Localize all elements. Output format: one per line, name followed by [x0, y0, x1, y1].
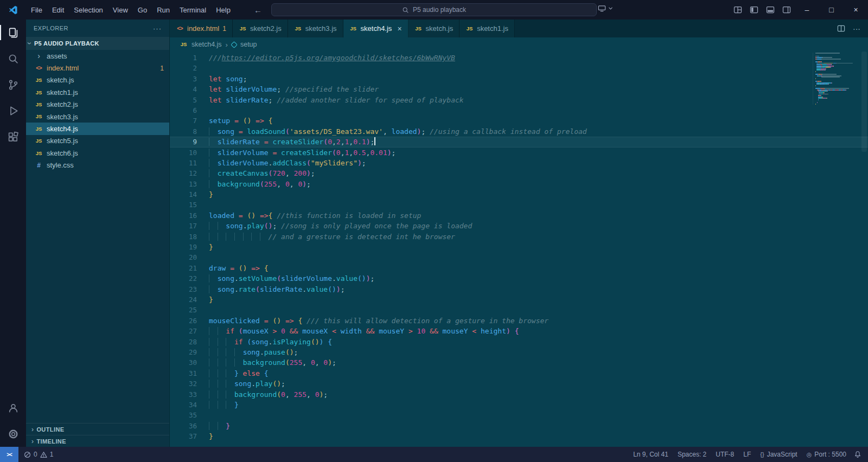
status-lf[interactable]: LF	[743, 451, 751, 458]
code-line[interactable]: 31 } else {	[170, 368, 868, 378]
file-sketch5.js[interactable]: JSsketch5.js	[26, 135, 169, 147]
code-line[interactable]: 10 sliderVolume = createSlider(0,1,0.5,0…	[170, 147, 868, 158]
code-line[interactable]: 5let sliderRate; //added another slider …	[170, 95, 868, 105]
code-line[interactable]: 14}	[170, 189, 868, 200]
status-port-5500[interactable]: ◎Port : 5500	[807, 451, 846, 458]
code-line[interactable]: 28 if (song.isPlaying()) {	[170, 337, 868, 347]
extensions-icon[interactable]	[0, 124, 26, 150]
split-editor-icon[interactable]	[837, 24, 845, 33]
scrollbar-thumb[interactable]	[861, 52, 867, 152]
code-line[interactable]: 13 background(255, 0, 0);	[170, 179, 868, 189]
breadcrumb-symbol[interactable]: setup	[240, 41, 257, 48]
titlebar-dropdown-icon[interactable]	[598, 4, 613, 12]
code-line[interactable]: 16loaded = () =>{ //this function is loa…	[170, 210, 868, 221]
settings-gear-icon[interactable]	[0, 421, 26, 447]
menu-go[interactable]: Go	[133, 4, 152, 16]
file-sketch4.js[interactable]: JSsketch4.js	[26, 123, 169, 134]
menu-run[interactable]: Run	[152, 4, 175, 16]
command-center[interactable]: P5 audio playback	[271, 3, 597, 16]
code-line[interactable]: 4let sliderVolume; //specified the slide…	[170, 84, 868, 94]
code-line[interactable]: 35	[170, 410, 868, 420]
code-line[interactable]: 33 background(0, 255, 0);	[170, 389, 868, 400]
code-line[interactable]: 19}	[170, 242, 868, 252]
tab-sketch4.js[interactable]: JSsketch4.js×	[343, 20, 409, 37]
workspace-root-folder[interactable]: › P5 AUDIO PLAYBACK	[26, 37, 169, 50]
code-line[interactable]: 12 createCanvas(720, 200);	[170, 168, 868, 178]
menu-view[interactable]: View	[108, 4, 133, 16]
status-utf-8[interactable]: UTF-8	[716, 451, 734, 458]
status-javascript[interactable]: {}JavaScript	[760, 451, 797, 458]
notifications-bell-icon[interactable]	[846, 451, 868, 458]
tab-sketch2.js[interactable]: JSsketch2.js	[233, 20, 288, 37]
menu-edit[interactable]: Edit	[47, 4, 69, 16]
code-line[interactable]: 6	[170, 105, 868, 116]
minimap[interactable]	[813, 53, 859, 105]
tab-index.html[interactable]: <>index.html1	[170, 20, 233, 37]
code-line[interactable]: 15	[170, 200, 868, 210]
code-line[interactable]: 29 song.pause();	[170, 347, 868, 357]
file-sketch.js[interactable]: JSsketch.js	[26, 74, 169, 86]
code-line[interactable]: 34 }	[170, 400, 868, 410]
menu-help[interactable]: Help	[211, 4, 235, 16]
customize-layout-icon[interactable]	[730, 2, 746, 18]
maximize-button[interactable]: □	[819, 0, 844, 20]
code-line[interactable]: 18 // and a gresture is detected int he …	[170, 232, 868, 242]
minimize-button[interactable]: –	[795, 0, 819, 20]
run-debug-icon[interactable]	[0, 98, 26, 124]
code-line[interactable]: 30 background(255, 0, 0);	[170, 357, 868, 368]
problems-status[interactable]: 0 1	[18, 451, 59, 458]
file-style.css[interactable]: #style.css	[26, 159, 169, 171]
menu-selection[interactable]: Selection	[69, 4, 107, 16]
source-control-icon[interactable]	[0, 72, 26, 98]
code-line[interactable]: 20	[170, 252, 868, 262]
tab-sketch3.js[interactable]: JSsketch3.js	[288, 20, 343, 37]
code-line[interactable]: 32 song.play();	[170, 378, 868, 389]
code-line[interactable]: 24}	[170, 294, 868, 305]
section-outline[interactable]: ›OUTLINE	[26, 423, 169, 435]
code-line[interactable]: 2	[170, 63, 868, 73]
close-icon[interactable]: ×	[397, 24, 401, 33]
code-line[interactable]: 36 }	[170, 421, 868, 431]
toggle-sidebar-icon[interactable]	[746, 2, 762, 18]
remote-indicator[interactable]: ><	[0, 447, 18, 462]
code-line[interactable]: 17 song.play(); //song is only played on…	[170, 221, 868, 231]
search-icon[interactable]	[0, 46, 26, 72]
file-sketch1.js[interactable]: JSsketch1.js	[26, 86, 169, 98]
tab-sketch.js[interactable]: JSsketch.js	[409, 20, 460, 37]
code-line[interactable]: 9 sliderRate = createSlider(0,2,1,0.1);	[170, 137, 868, 147]
close-button[interactable]: ×	[844, 0, 868, 20]
code-line[interactable]: 23 song.rate(sliderRate.value());	[170, 284, 868, 294]
file-assets[interactable]: ›assets	[26, 50, 169, 62]
code-line[interactable]: 8 song = loadSound('assets/DS_Beat23.wav…	[170, 126, 868, 137]
code-line[interactable]: 22 song.setVolume(sliderVolume.value());	[170, 273, 868, 284]
scrollbar[interactable]	[859, 52, 868, 447]
toggle-secondary-sidebar-icon[interactable]	[778, 2, 795, 18]
code-line[interactable]: 37}	[170, 431, 868, 441]
menu-terminal[interactable]: Terminal	[175, 4, 211, 16]
code-editor[interactable]: 1///https://editor.p5js.org/amygoodchild…	[170, 52, 868, 447]
account-icon[interactable]	[0, 395, 26, 421]
tab-sketch1.js[interactable]: JSsketch1.js	[459, 20, 515, 37]
file-sketch3.js[interactable]: JSsketch3.js	[26, 111, 169, 123]
status-spaces-2[interactable]: Spaces: 2	[678, 451, 706, 458]
file-index.html[interactable]: <>index.html1	[26, 62, 169, 74]
code-line[interactable]: 7setup = () => {	[170, 116, 868, 126]
code-line[interactable]: 27 if (mouseX > 0 && mouseX < width && m…	[170, 326, 868, 336]
file-sketch2.js[interactable]: JSsketch2.js	[26, 99, 169, 111]
toggle-panel-icon[interactable]	[762, 2, 778, 18]
code-line[interactable]: 11 sliderVolume.addClass("mySliders");	[170, 158, 868, 168]
back-icon[interactable]: ←	[254, 5, 262, 15]
menu-file[interactable]: File	[26, 4, 47, 16]
code-line[interactable]: 21draw = () => {	[170, 263, 868, 273]
code-line[interactable]: 1///https://editor.p5js.org/amygoodchild…	[170, 53, 868, 63]
code-line[interactable]: 3let song;	[170, 74, 868, 84]
section-timeline[interactable]: ›TIMELINE	[26, 435, 169, 447]
code-line[interactable]: 25	[170, 305, 868, 315]
more-actions-icon[interactable]: ···	[153, 24, 162, 33]
code-line[interactable]: 26mouseClicked = () => { /// this will a…	[170, 316, 868, 326]
explorer-icon[interactable]	[0, 20, 26, 46]
breadcrumb-file[interactable]: sketch4.js	[192, 41, 222, 48]
more-actions-icon[interactable]: ···	[853, 24, 860, 33]
status-ln-9-col-41[interactable]: Ln 9, Col 41	[633, 451, 668, 458]
file-sketch6.js[interactable]: JSsketch6.js	[26, 147, 169, 159]
